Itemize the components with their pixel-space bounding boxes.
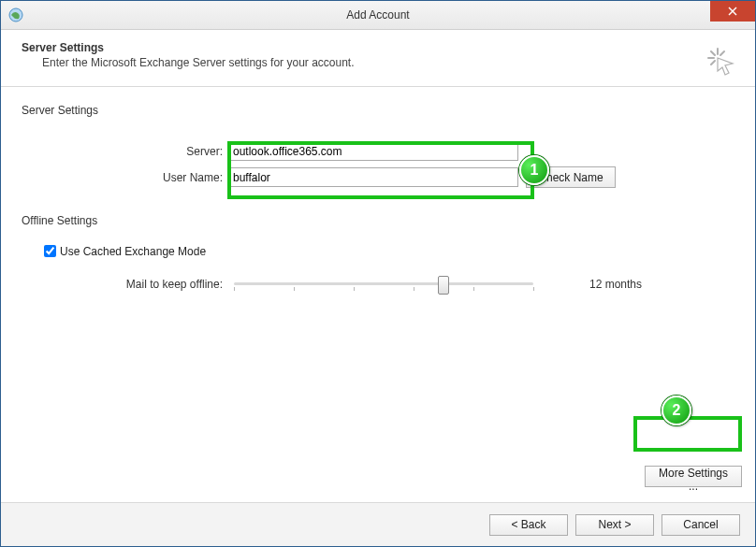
app-icon bbox=[8, 7, 23, 22]
offline-settings-section-title: Offline Settings bbox=[22, 214, 734, 227]
server-input[interactable] bbox=[228, 141, 518, 161]
server-settings-section-title: Server Settings bbox=[22, 104, 734, 117]
cached-mode-row: Use Cached Exchange Mode bbox=[40, 242, 734, 260]
mail-offline-row: Mail to keep offline: 12 months bbox=[22, 273, 734, 295]
cancel-button[interactable]: Cancel bbox=[662, 514, 740, 536]
username-input[interactable] bbox=[228, 167, 518, 187]
button-bar: < Back Next > Cancel bbox=[1, 502, 755, 546]
mail-to-keep-label: Mail to keep offline: bbox=[22, 278, 228, 291]
server-label: Server: bbox=[22, 145, 228, 158]
page-subtitle: Enter the Microsoft Exchange Server sett… bbox=[42, 56, 734, 69]
server-row: Server: bbox=[22, 141, 734, 161]
cached-mode-checkbox[interactable] bbox=[44, 245, 56, 257]
header-section: Server Settings Enter the Microsoft Exch… bbox=[1, 30, 755, 87]
slider-track bbox=[234, 282, 533, 285]
next-button[interactable]: Next > bbox=[575, 514, 654, 536]
svg-line-7 bbox=[711, 61, 715, 65]
close-icon bbox=[728, 7, 737, 16]
check-name-button[interactable]: Check Name bbox=[526, 166, 616, 188]
offline-settings-section: Offline Settings Use Cached Exchange Mod… bbox=[22, 214, 734, 295]
username-label: User Name: bbox=[22, 171, 228, 184]
back-button[interactable]: < Back bbox=[489, 514, 568, 536]
close-button[interactable] bbox=[710, 1, 755, 22]
body-area: Server Settings Server: User Name: Check… bbox=[1, 87, 755, 502]
add-account-window: Add Account Server Settings Enter the Mi… bbox=[0, 0, 756, 547]
mail-offline-value: 12 months bbox=[589, 278, 642, 291]
username-row: User Name: Check Name bbox=[22, 166, 734, 188]
page-heading: Server Settings bbox=[22, 41, 734, 54]
title-bar: Add Account bbox=[1, 1, 755, 30]
slider-thumb[interactable] bbox=[438, 276, 449, 295]
more-settings-area: More Settings ... bbox=[645, 466, 742, 493]
svg-line-6 bbox=[720, 51, 724, 55]
window-title: Add Account bbox=[1, 8, 755, 22]
more-settings-button[interactable]: More Settings ... bbox=[645, 466, 742, 487]
cached-mode-label: Use Cached Exchange Mode bbox=[60, 245, 206, 258]
svg-line-5 bbox=[711, 51, 715, 55]
cursor-click-icon bbox=[706, 47, 736, 79]
mail-offline-slider[interactable] bbox=[234, 273, 533, 295]
